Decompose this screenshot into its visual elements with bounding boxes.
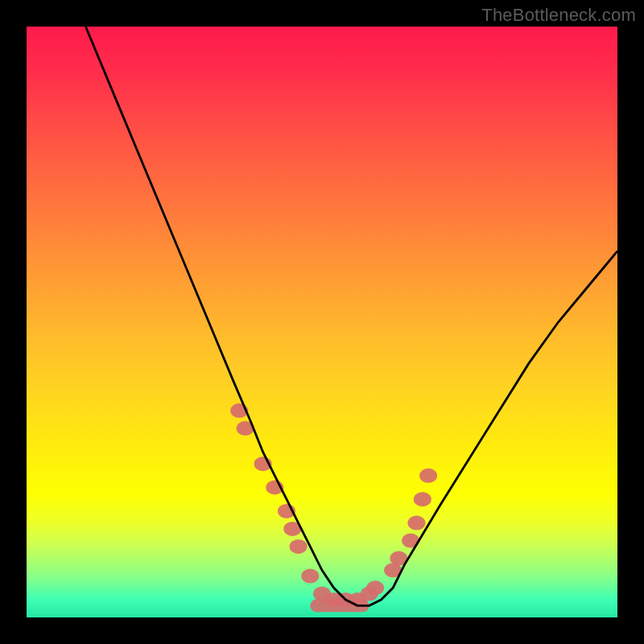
- chart-curve: [85, 27, 617, 605]
- scatter-point: [301, 569, 319, 584]
- scatter-point: [366, 580, 384, 595]
- scatter-point: [419, 469, 437, 483]
- watermark-text: TheBottleneck.com: [481, 5, 636, 26]
- chart-svg: [27, 27, 617, 617]
- scatter-group: [230, 403, 437, 612]
- scatter-point: [414, 492, 431, 506]
- chart-plot-area: [27, 27, 617, 617]
- chart-frame: TheBottleneck.com: [0, 0, 644, 644]
- scatter-point: [407, 516, 425, 530]
- scatter-point: [290, 539, 308, 554]
